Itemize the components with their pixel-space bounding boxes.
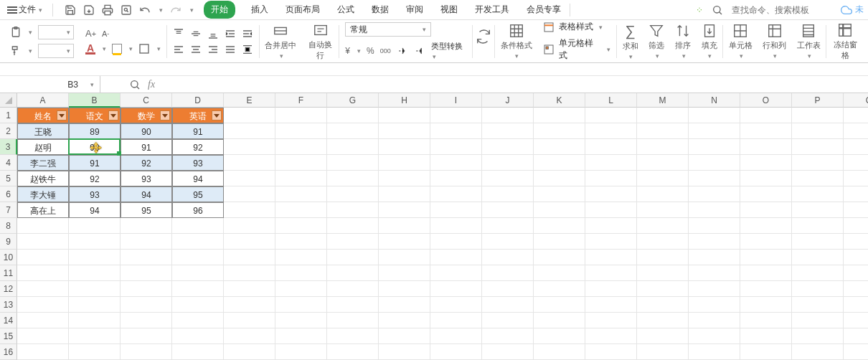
cell-P7[interactable] <box>792 202 844 218</box>
cell-P2[interactable] <box>792 123 844 139</box>
number-format-select[interactable]: 常规▾ <box>345 22 431 37</box>
cell-P16[interactable] <box>792 344 844 360</box>
cell-L14[interactable] <box>585 313 637 328</box>
cell-I7[interactable] <box>430 202 482 218</box>
row-header-13[interactable]: 13 <box>0 297 17 313</box>
cell-D9[interactable] <box>172 234 224 250</box>
cell-F13[interactable] <box>275 297 327 313</box>
cell-F1[interactable] <box>275 108 327 123</box>
cell-N6[interactable] <box>689 186 740 202</box>
cell-button[interactable]: 单元格▾ <box>723 23 758 60</box>
select-all-corner[interactable] <box>0 93 17 108</box>
cell-L3[interactable] <box>585 139 637 155</box>
cell-N10[interactable] <box>689 250 740 265</box>
file-menu[interactable]: 文件 ▾ <box>4 2 45 17</box>
row-header-7[interactable]: 7 <box>0 202 17 218</box>
size-combo[interactable]: ▾ <box>38 44 74 58</box>
increase-decimal-icon[interactable] <box>397 45 408 57</box>
cell-G6[interactable] <box>327 186 379 202</box>
cell-E2[interactable] <box>224 123 275 139</box>
cell-A4[interactable]: 李二强 <box>17 155 69 171</box>
cell-A11[interactable] <box>17 265 69 281</box>
cell-C13[interactable] <box>121 297 172 313</box>
cell-L6[interactable] <box>585 186 637 202</box>
cell-M5[interactable] <box>637 171 689 186</box>
undo-icon[interactable] <box>139 4 151 16</box>
cell-E8[interactable] <box>224 218 275 234</box>
cell-Q16[interactable] <box>844 344 868 360</box>
col-header-C[interactable]: C <box>121 93 172 108</box>
tab-插入[interactable]: 插入 <box>250 1 270 19</box>
cell-A13[interactable] <box>17 297 69 313</box>
print-icon[interactable] <box>102 4 113 16</box>
cell-E1[interactable] <box>224 108 275 123</box>
cell-B9[interactable] <box>69 234 121 250</box>
align-center-icon[interactable] <box>190 44 202 55</box>
cell-L7[interactable] <box>585 202 637 218</box>
cell-N8[interactable] <box>689 218 740 234</box>
wrap-button[interactable]: 自动换行 <box>302 22 339 61</box>
cell-L9[interactable] <box>585 234 637 250</box>
cell-B13[interactable] <box>69 297 121 313</box>
cell-E14[interactable] <box>224 313 275 328</box>
cell-J14[interactable] <box>482 313 534 328</box>
border-icon[interactable] <box>138 43 150 55</box>
sheet-button[interactable]: 工作表▾ <box>792 23 826 60</box>
cell-M1[interactable] <box>637 108 689 123</box>
cell-F2[interactable] <box>275 123 327 139</box>
cell-G14[interactable] <box>327 313 379 328</box>
cell-C5[interactable]: 93 <box>121 171 172 186</box>
cell-K9[interactable] <box>534 234 585 250</box>
cell-P15[interactable] <box>792 328 844 344</box>
cell-G13[interactable] <box>327 297 379 313</box>
cell-E3[interactable] <box>224 139 275 155</box>
cell-K6[interactable] <box>534 186 585 202</box>
cell-N16[interactable] <box>689 344 740 360</box>
sparkle-icon[interactable]: ⁘ <box>696 5 703 15</box>
cell-D12[interactable] <box>172 281 224 297</box>
cell-P10[interactable] <box>792 250 844 265</box>
cell-I2[interactable] <box>430 123 482 139</box>
fill-button[interactable]: 填充▾ <box>696 23 722 60</box>
cell-B1[interactable]: 语文 <box>69 108 121 123</box>
row-header-2[interactable]: 2 <box>0 123 17 139</box>
cell-P1[interactable] <box>792 108 844 123</box>
cell-J13[interactable] <box>482 297 534 313</box>
align-middle-icon[interactable] <box>190 28 202 39</box>
tab-视图[interactable]: 视图 <box>439 1 459 19</box>
cell-E7[interactable] <box>224 202 275 218</box>
cell-L4[interactable] <box>585 155 637 171</box>
cell-B12[interactable] <box>69 281 121 297</box>
cell-D4[interactable]: 93 <box>172 155 224 171</box>
cell-I6[interactable] <box>430 186 482 202</box>
cell-P8[interactable] <box>792 218 844 234</box>
cell-I9[interactable] <box>430 234 482 250</box>
col-header-K[interactable]: K <box>534 93 585 108</box>
cell-C9[interactable] <box>121 234 172 250</box>
align-right-icon[interactable] <box>207 44 219 55</box>
increase-font-icon[interactable]: A+ <box>85 28 96 39</box>
cell-O8[interactable] <box>740 218 792 234</box>
cell-K5[interactable] <box>534 171 585 186</box>
cell-L15[interactable] <box>585 328 637 344</box>
cell-L13[interactable] <box>585 297 637 313</box>
tab-审阅[interactable]: 审阅 <box>405 1 425 19</box>
cell-P9[interactable] <box>792 234 844 250</box>
cell-A3[interactable]: 赵明 <box>17 139 69 155</box>
cell-L8[interactable] <box>585 218 637 234</box>
cell-G12[interactable] <box>327 281 379 297</box>
cell-J15[interactable] <box>482 328 534 344</box>
sort-button[interactable]: 排序▾ <box>670 23 697 60</box>
col-header-Q[interactable]: Q <box>844 93 868 108</box>
search-input[interactable] <box>732 5 832 15</box>
cell-C7[interactable]: 95 <box>121 202 172 218</box>
cell-B4[interactable]: 91 <box>69 155 121 171</box>
cell-H13[interactable] <box>379 297 430 313</box>
tab-开始[interactable]: 开始 <box>204 1 235 19</box>
cell-J5[interactable] <box>482 171 534 186</box>
cell-J4[interactable] <box>482 155 534 171</box>
cell-K14[interactable] <box>534 313 585 328</box>
chevron-down-icon[interactable]: ▾ <box>159 6 163 14</box>
row-header-15[interactable]: 15 <box>0 328 17 344</box>
cell-J16[interactable] <box>482 344 534 360</box>
